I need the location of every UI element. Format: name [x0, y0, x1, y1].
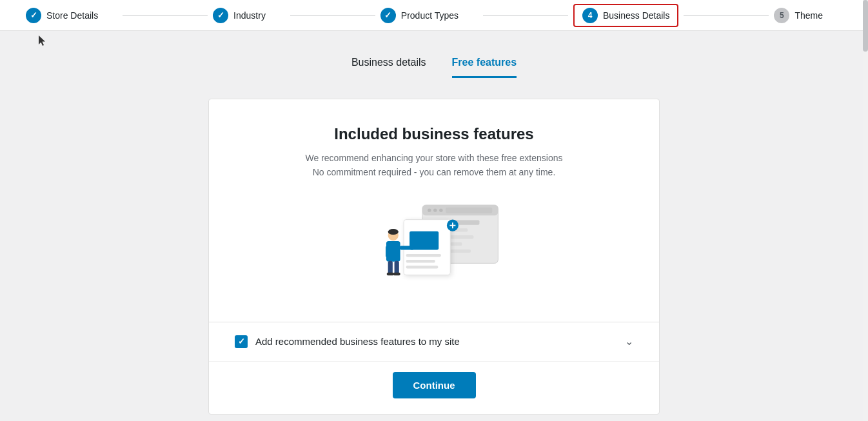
checkbox-label: Add recommended business features to my … — [255, 336, 617, 347]
card-subtitle-line1: We recommend enhancing your store with t… — [235, 151, 633, 165]
divider-1 — [123, 15, 208, 15]
svg-rect-23 — [386, 246, 390, 257]
step-store-details[interactable]: ✓ Store Details — [26, 8, 117, 23]
step-business-details[interactable]: 4 Business Details — [573, 4, 679, 27]
svg-point-20 — [388, 229, 399, 235]
svg-point-3 — [433, 208, 437, 211]
step-industry[interactable]: ✓ Industry — [213, 8, 285, 23]
svg-rect-26 — [387, 273, 394, 276]
step4-number: 4 — [588, 11, 593, 20]
content-wrapper: Business details Free features Included … — [208, 57, 660, 421]
step3-label: Product Types — [401, 10, 459, 21]
svg-rect-5 — [446, 207, 492, 213]
illustration-area — [235, 199, 633, 289]
svg-rect-13 — [406, 254, 441, 257]
svg-rect-22 — [400, 246, 415, 250]
step-theme[interactable]: 5 Theme — [774, 8, 842, 23]
continue-section: Continue — [209, 361, 659, 414]
step5-icon: 5 — [774, 8, 789, 23]
tab-free-features[interactable]: Free features — [452, 57, 517, 78]
step5-label: Theme — [794, 10, 823, 21]
step3-checkmark: ✓ — [384, 10, 391, 20]
tabs-container: Business details Free features — [208, 57, 660, 78]
step5-number: 5 — [780, 11, 784, 20]
svg-rect-14 — [406, 260, 435, 263]
step3-icon: ✓ — [380, 8, 396, 23]
step1-label: Store Details — [46, 10, 98, 21]
business-features-illustration — [363, 199, 505, 289]
steps-container: ✓ Store Details ✓ Industry ✓ Product Typ… — [26, 4, 842, 27]
svg-point-4 — [439, 208, 442, 211]
svg-point-2 — [428, 208, 431, 211]
svg-rect-27 — [393, 273, 400, 276]
svg-rect-24 — [388, 261, 393, 274]
add-features-checkbox[interactable] — [235, 335, 248, 348]
main-card: Included business features We recommend … — [208, 99, 660, 415]
svg-rect-15 — [406, 266, 439, 269]
step2-checkmark: ✓ — [217, 10, 224, 20]
scrollbar-thumb[interactable] — [863, 0, 868, 52]
card-title: Included business features — [235, 125, 633, 143]
step1-checkmark: ✓ — [30, 10, 37, 20]
divider-2 — [290, 15, 375, 15]
checkbox-row: Add recommended business features to my … — [209, 322, 659, 361]
svg-rect-25 — [395, 261, 399, 274]
card-subtitle-line2: No commitment required - you can remove … — [235, 165, 633, 179]
step1-icon: ✓ — [26, 8, 41, 23]
step2-icon: ✓ — [213, 8, 228, 23]
main-content: Business details Free features Included … — [0, 31, 868, 421]
divider-4 — [684, 15, 769, 15]
step4-label: Business Details — [603, 10, 670, 21]
divider-3 — [483, 15, 568, 15]
step2-label: Industry — [233, 10, 266, 21]
chevron-down-icon[interactable]: ⌄ — [625, 335, 633, 348]
step-product-types[interactable]: ✓ Product Types — [380, 8, 478, 23]
continue-button[interactable]: Continue — [393, 372, 476, 398]
tab-business-details[interactable]: Business details — [351, 57, 426, 78]
scrollbar-track[interactable] — [863, 0, 868, 421]
card-content: Included business features We recommend … — [209, 99, 659, 322]
top-navigation: ✓ Store Details ✓ Industry ✓ Product Typ… — [0, 0, 868, 31]
step4-icon: 4 — [582, 8, 598, 23]
